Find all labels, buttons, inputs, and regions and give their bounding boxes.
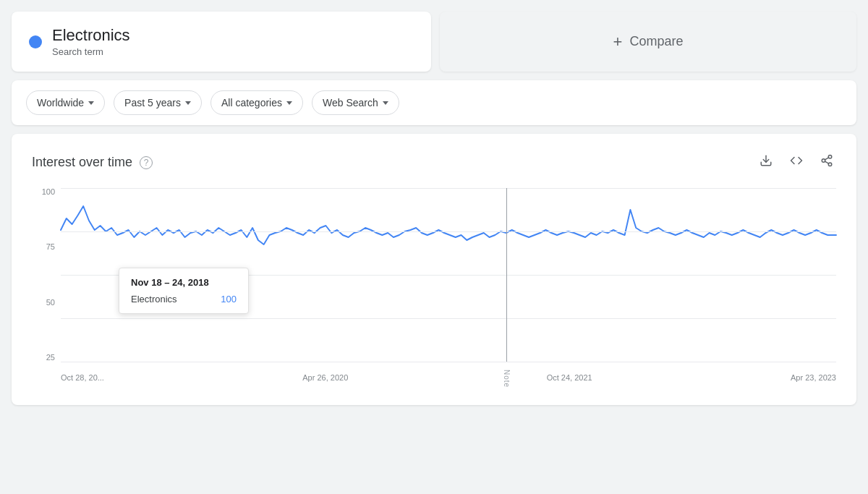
region-filter-label: Worldwide bbox=[37, 97, 84, 108]
search-type-filter[interactable]: Web Search bbox=[312, 90, 399, 115]
term-color-dot bbox=[29, 35, 42, 48]
y-label-100: 100 bbox=[42, 188, 55, 196]
chart-drawing-area: Note Nov 18 – 24, 2018 Electronics bbox=[61, 188, 836, 362]
grid-line-75 bbox=[61, 231, 836, 232]
y-axis: 100 75 50 25 bbox=[32, 188, 59, 362]
grid-line-0 bbox=[61, 362, 836, 362]
chart-container: 100 75 50 25 Note bbox=[32, 188, 836, 391]
x-label-3: Apr 23, 2023 bbox=[791, 373, 836, 382]
search-term-card: Electronics Search term bbox=[12, 12, 431, 72]
tooltip-row: Electronics 100 bbox=[131, 294, 237, 305]
chart-header: Interest over time ? bbox=[32, 151, 836, 174]
category-chevron-icon bbox=[286, 101, 292, 105]
time-filter[interactable]: Past 5 years bbox=[114, 90, 202, 115]
category-filter[interactable]: All categories bbox=[210, 90, 303, 115]
region-chevron-icon bbox=[88, 101, 94, 105]
chart-title-group: Interest over time ? bbox=[32, 155, 153, 170]
search-type-filter-label: Web Search bbox=[323, 97, 378, 108]
compare-plus-icon: + bbox=[613, 33, 623, 51]
y-label-50: 50 bbox=[46, 299, 55, 307]
chart-actions bbox=[757, 151, 836, 174]
note-vertical-line: Note bbox=[506, 188, 507, 362]
tooltip-date: Nov 18 – 24, 2018 bbox=[131, 277, 237, 288]
x-axis: Oct 28, 20... Apr 26, 2020 Oct 24, 2021 … bbox=[61, 365, 836, 391]
embed-button[interactable] bbox=[787, 151, 806, 174]
compare-card[interactable]: + Compare bbox=[440, 12, 856, 72]
category-filter-label: All categories bbox=[221, 97, 282, 108]
x-label-0: Oct 28, 20... bbox=[61, 373, 104, 382]
embed-icon bbox=[790, 154, 803, 167]
download-button[interactable] bbox=[757, 151, 775, 174]
tooltip-term: Electronics bbox=[131, 294, 177, 305]
help-icon[interactable]: ? bbox=[140, 156, 153, 169]
svg-line-4 bbox=[825, 161, 828, 163]
region-filter[interactable]: Worldwide bbox=[26, 90, 105, 115]
grid-line-100 bbox=[61, 188, 836, 189]
y-label-75: 75 bbox=[46, 243, 55, 251]
x-label-1: Apr 26, 2020 bbox=[302, 373, 348, 382]
tooltip-value: 100 bbox=[221, 294, 237, 305]
search-term-info: Electronics Search term bbox=[52, 26, 130, 57]
y-label-25: 25 bbox=[46, 354, 55, 362]
chart-section: Interest over time ? bbox=[12, 134, 856, 405]
share-icon bbox=[820, 154, 833, 167]
filters-section: Worldwide Past 5 years All categories We… bbox=[12, 80, 856, 125]
search-type-chevron-icon bbox=[383, 101, 388, 105]
term-label: Search term bbox=[52, 46, 130, 57]
chart-title: Interest over time bbox=[32, 155, 132, 170]
x-label-2: Oct 24, 2021 bbox=[547, 373, 592, 382]
compare-label: Compare bbox=[629, 34, 683, 49]
time-filter-label: Past 5 years bbox=[124, 97, 181, 108]
grid-line-25 bbox=[61, 318, 836, 319]
time-chevron-icon bbox=[185, 101, 191, 105]
share-button[interactable] bbox=[817, 151, 836, 174]
term-name: Electronics bbox=[52, 26, 130, 45]
chart-tooltip: Nov 18 – 24, 2018 Electronics 100 bbox=[119, 268, 249, 314]
download-icon bbox=[760, 154, 773, 167]
svg-line-5 bbox=[825, 158, 828, 160]
